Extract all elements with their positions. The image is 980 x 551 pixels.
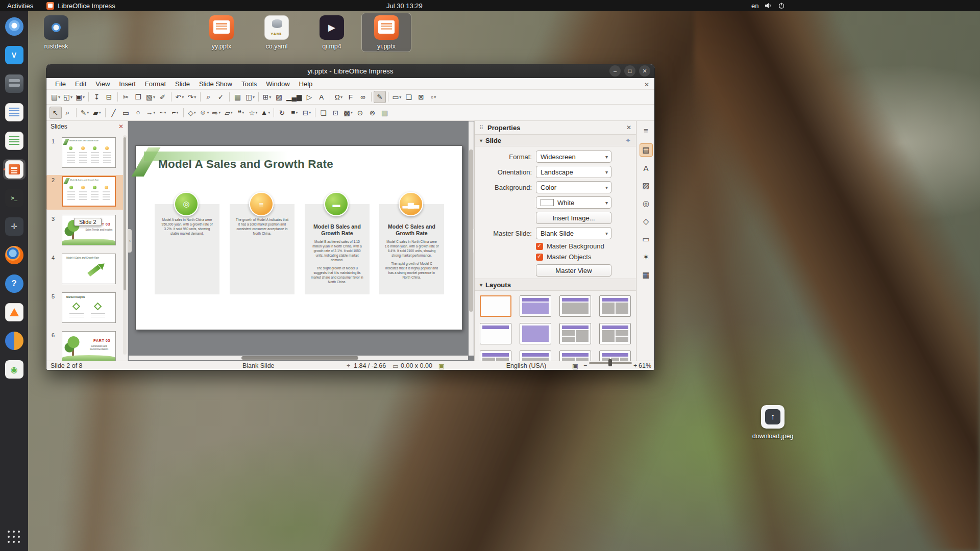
section-settings-icon[interactable]: ✦ <box>625 137 631 144</box>
sidebar-styles-icon[interactable]: A <box>640 161 653 174</box>
rotate-icon[interactable]: ↻ <box>276 107 288 119</box>
clock[interactable]: Jul 30 13:29 <box>386 2 423 10</box>
background-dropdown[interactable]: Color <box>536 181 611 193</box>
fontwork-icon[interactable]: F <box>345 91 357 103</box>
paste-icon[interactable]: ▧▾ <box>144 91 157 103</box>
spelling-icon[interactable]: ✓ <box>215 91 227 103</box>
arrange-icon[interactable]: ⊟▾ <box>301 107 313 119</box>
insert-text-box-icon[interactable]: A <box>315 91 328 103</box>
zoom-slider-thumb[interactable] <box>608 359 612 366</box>
layout-title-content[interactable] <box>559 295 591 317</box>
image-filter-icon[interactable]: ▩▾ <box>342 107 354 119</box>
menu-slide-show[interactable]: Slide Show <box>194 79 237 89</box>
rectangle-icon[interactable]: ▭ <box>120 107 132 119</box>
sidebar-navigator-icon[interactable]: ◎ <box>640 197 653 210</box>
desktop-icon-yi-pptx[interactable]: yi.pptx <box>362 13 411 52</box>
sidebar-properties-icon[interactable]: ▤ <box>640 143 653 157</box>
activities-button[interactable]: Activities <box>0 0 40 11</box>
desktop-icon-download-jpeg[interactable]: ↑ download.jpeg <box>749 405 796 440</box>
sidebar-gallery-icon[interactable]: ▨ <box>640 179 653 192</box>
desktop-icon-co-yaml[interactable]: co.yaml <box>252 13 301 52</box>
show-applications-button[interactable] <box>8 531 21 544</box>
glue-points-icon[interactable]: ⊚ <box>366 107 379 119</box>
insert-line-icon[interactable]: ╱ <box>108 107 120 119</box>
keyboard-layout-indicator[interactable]: en <box>751 2 758 10</box>
menu-help[interactable]: Help <box>295 79 317 89</box>
document-modified-icon[interactable]: ▣ <box>438 362 445 370</box>
dock-tweaks[interactable] <box>3 216 26 237</box>
slide-title[interactable]: Model A Sales and Growth Rate <box>158 158 333 171</box>
zoom-out-button[interactable]: − <box>583 362 587 369</box>
dock-chromium[interactable] <box>3 16 26 37</box>
slide-thumbnail-4[interactable]: 4 Model A Sales and Growth Rate <box>46 253 124 287</box>
slide-section-header[interactable]: ▾ Slide ✦ <box>475 134 636 146</box>
duplicate-slide-icon[interactable]: ❏ <box>403 91 415 103</box>
language-indicator[interactable]: English (USA) <box>470 362 582 369</box>
focused-app-indicator[interactable]: LibreOffice Impress <box>40 2 121 10</box>
desktop-icon-yy-pptx[interactable]: yy.pptx <box>197 13 246 52</box>
callout-shapes-icon[interactable]: ❝▾ <box>235 107 247 119</box>
minimize-button[interactable]: – <box>609 65 621 77</box>
dock-libreoffice-calc[interactable] <box>3 131 26 151</box>
layout-title-and-2-content[interactable] <box>599 295 631 317</box>
menu-edit[interactable]: Edit <box>70 79 91 89</box>
slide-thumbnail-2[interactable]: 2 Model A Sales and Growth Rate <box>46 175 124 210</box>
zoom-in-button[interactable]: + <box>633 362 637 369</box>
master-slide-dropdown[interactable]: Blank Slide <box>536 227 611 239</box>
format-dropdown[interactable]: Widescreen <box>536 151 611 163</box>
special-character-icon[interactable]: Ω▾ <box>332 91 345 103</box>
zoom-percent[interactable]: 61% <box>639 362 651 369</box>
vertical-scrollbar[interactable] <box>469 121 474 356</box>
layout-title-6-content[interactable] <box>599 350 631 361</box>
background-color-dropdown[interactable]: White <box>536 196 611 209</box>
layout-blank[interactable] <box>480 295 511 317</box>
sidebar-settings-icon[interactable]: ≡ <box>640 123 653 137</box>
sidebar-animation-icon[interactable]: ✶ <box>640 251 653 264</box>
layout-title-content-and-2content[interactable] <box>599 323 631 344</box>
layout-title-2content-and-content[interactable] <box>559 323 591 344</box>
slides-panel-scrollbar[interactable] <box>123 135 127 355</box>
slide-thumbnail-6[interactable]: 6 PART 05 Conclusion and Recommendation <box>46 330 124 365</box>
master-objects-checkbox[interactable] <box>536 254 543 261</box>
open-file-icon[interactable]: ◱▾ <box>62 91 74 103</box>
master-view-button[interactable]: Master View <box>536 264 611 277</box>
layout-centered-text[interactable] <box>520 323 551 344</box>
dock-files[interactable] <box>3 73 26 94</box>
dock-libreoffice-writer[interactable] <box>3 102 26 122</box>
save-icon[interactable]: ▣▾ <box>74 91 86 103</box>
master-background-checkbox[interactable] <box>536 243 543 250</box>
fill-color-icon[interactable]: ▰▾ <box>91 107 103 119</box>
slide-column[interactable]: ▂▅▃ Model C Sales and Growth Rate Model … <box>379 204 444 294</box>
block-arrows-icon[interactable]: ⇨▾ <box>210 107 223 119</box>
layouts-section-header[interactable]: ▾ Layouts <box>475 279 636 291</box>
display-views-icon[interactable]: ◫▾ <box>244 91 256 103</box>
layout-title-only[interactable] <box>480 323 511 344</box>
hyperlink-icon[interactable]: ∞ <box>357 91 369 103</box>
window-titlebar[interactable]: yi.pptx - LibreOffice Impress – □ ✕ <box>46 64 654 78</box>
cut-icon[interactable]: ✂ <box>120 91 132 103</box>
slide-thumbnail-1[interactable]: 1 Model A Sales and Growth Rate <box>46 136 124 171</box>
dock-firefox[interactable] <box>3 245 26 265</box>
menu-file[interactable]: File <box>51 79 70 89</box>
slides-panel-close-icon[interactable]: ✕ <box>118 123 124 130</box>
helplines-icon[interactable]: ▦ <box>379 107 391 119</box>
undo-icon[interactable]: ↶▾ <box>174 91 186 103</box>
dock-software[interactable] <box>3 359 26 380</box>
layout-title-4-content[interactable] <box>559 350 591 361</box>
show-draw-functions-icon[interactable]: ✎ <box>374 91 386 103</box>
star-shapes-icon[interactable]: ☆▾ <box>247 107 259 119</box>
slide-column[interactable]: ▬ Model B Sales and Growth Rate Model B … <box>305 204 370 294</box>
fit-slide-icon[interactable]: ▣ <box>572 362 578 370</box>
line-color-icon[interactable]: ✎▾ <box>79 107 91 119</box>
basic-shapes-icon[interactable]: ◇▾ <box>186 107 198 119</box>
menu-insert[interactable]: Insert <box>114 79 140 89</box>
slide-thumbnail-5[interactable]: 5 Market Insights <box>46 291 124 326</box>
dock-vscode[interactable] <box>3 45 26 65</box>
menu-tools[interactable]: Tools <box>237 79 261 89</box>
delete-slide-icon[interactable]: ⊠ <box>415 91 427 103</box>
points-icon[interactable]: ⊙ <box>354 107 366 119</box>
display-grid-icon[interactable]: ▦ <box>232 91 244 103</box>
align-objects-icon[interactable]: ≡▾ <box>288 107 301 119</box>
zoom-slider[interactable] <box>589 362 632 364</box>
dock-browser[interactable] <box>3 331 26 351</box>
